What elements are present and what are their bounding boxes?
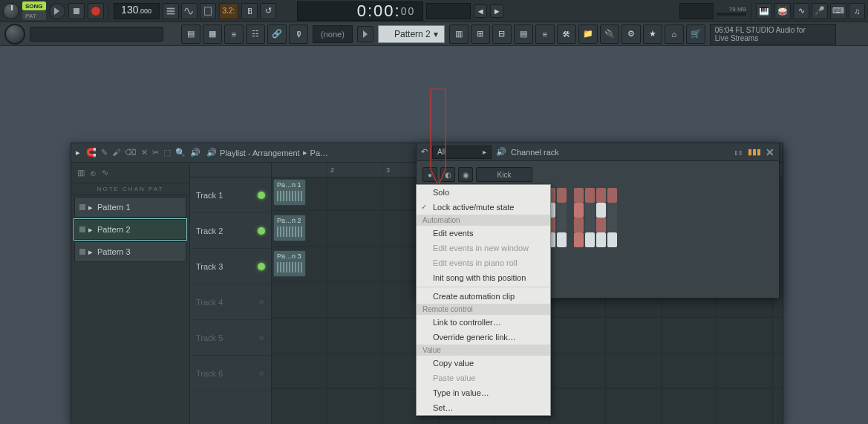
channel-vol-knob[interactable]: ◉	[458, 167, 473, 182]
zoom-icon[interactable]: 🔍	[175, 148, 186, 157]
track-header[interactable]: Track 6	[190, 356, 271, 391]
tb-8-icon[interactable]: 🔌	[600, 25, 619, 44]
chord-icon[interactable]: ♫	[849, 3, 865, 19]
song-pat-toggle[interactable]: SONG PAT	[22, 1, 46, 20]
track-header[interactable]: Track 4	[190, 284, 271, 320]
step-button[interactable]	[607, 232, 617, 247]
channel-name-button[interactable]: Kick	[476, 167, 532, 182]
timecode-display[interactable]: 0:00:00	[297, 1, 423, 21]
menu-edit-events[interactable]: Edit events	[417, 226, 550, 241]
step-fwd-icon[interactable]: ►	[490, 4, 503, 18]
tb-6-icon[interactable]: 🛠	[557, 25, 576, 44]
rack-back-icon[interactable]: ↶	[421, 147, 428, 157]
mode-pat[interactable]: PAT	[22, 11, 46, 20]
pencil-icon[interactable]: ✎	[101, 148, 108, 157]
step-button[interactable]	[607, 203, 617, 218]
countdown-icon[interactable]	[200, 3, 216, 19]
step-button[interactable]	[574, 218, 584, 232]
picker-tab-piano-icon[interactable]: ▥	[77, 168, 85, 177]
step-back-icon[interactable]: ◄	[474, 4, 487, 18]
piano-icon[interactable]: 🎹	[756, 3, 772, 19]
tb-2-icon[interactable]: ⊞	[471, 25, 490, 44]
playlist-clip[interactable]: Pa…n 1	[273, 179, 306, 206]
track-header[interactable]: Track 3	[190, 249, 271, 284]
play-button[interactable]	[49, 3, 65, 19]
tb-7-icon[interactable]: 📁	[578, 25, 598, 44]
playlist-menu-icon[interactable]: ▸	[76, 148, 80, 157]
view-channelrack-icon[interactable]: ≡	[224, 25, 244, 44]
step-button[interactable]	[585, 218, 595, 232]
step-button[interactable]	[596, 232, 606, 247]
step-button[interactable]	[607, 218, 617, 232]
tb-11-icon[interactable]: ⌂	[665, 25, 684, 44]
play-icon[interactable]: 🔊	[190, 148, 200, 157]
magnet-icon[interactable]: 🧲	[86, 148, 97, 157]
step-button[interactable]	[596, 203, 606, 218]
channel-pan-knob[interactable]: ◐	[440, 167, 455, 182]
erase-icon[interactable]: ⌫	[125, 148, 137, 157]
step-button[interactable]	[574, 203, 584, 218]
step-button[interactable]	[596, 188, 606, 203]
rack-steps-icon[interactable]: ▮▮▮	[748, 147, 761, 157]
pattern-item[interactable]: ▸Pattern 2	[74, 219, 186, 240]
metronome-icon[interactable]: 🎚	[241, 3, 258, 19]
main-volume-knob[interactable]	[3, 3, 19, 19]
rack-close-icon[interactable]: ✕	[766, 146, 774, 158]
view-mixer-icon[interactable]: ☷	[246, 25, 265, 44]
record-button[interactable]	[88, 3, 104, 19]
step-button[interactable]	[607, 188, 617, 203]
step-button[interactable]	[557, 203, 567, 218]
menu-lock-active-mute-state[interactable]: Lock active/mute state	[417, 200, 550, 215]
tb-4-icon[interactable]: ▤	[514, 25, 533, 44]
track-header[interactable]: Track 5	[190, 320, 271, 356]
loop-icon[interactable]: ↺	[260, 3, 276, 19]
tb-1-icon[interactable]: ▥	[449, 25, 469, 44]
pattern-play-button[interactable]	[357, 26, 373, 42]
step-button[interactable]	[574, 188, 584, 203]
step-button[interactable]	[585, 188, 595, 203]
master-pitch-knob[interactable]	[4, 24, 25, 45]
pattern-item[interactable]: ▸Pattern 1	[74, 197, 186, 218]
channel-mute-led[interactable]: ●	[422, 167, 437, 182]
tempo-display[interactable]: 130.000	[114, 3, 160, 19]
picker-tab-audio-icon[interactable]: ∿	[102, 168, 108, 177]
menu-type-in-value[interactable]: Type in value…	[417, 385, 550, 400]
menu-copy-value[interactable]: Copy value	[417, 356, 550, 371]
playlist-clip[interactable]: Pa…n 3	[273, 250, 306, 277]
step-button[interactable]	[557, 188, 567, 203]
snap-selector[interactable]: (none)	[313, 25, 353, 43]
menu-init-song-with-this-position[interactable]: Init song with this position	[417, 270, 550, 285]
pattern-item[interactable]: ▸Pattern 3	[74, 241, 186, 262]
mode-song[interactable]: SONG	[22, 1, 46, 10]
wave2-icon[interactable]: ∿	[793, 3, 809, 19]
mic-icon[interactable]: 🎤	[812, 3, 828, 19]
playlist-clip[interactable]: Pa…n 2	[273, 215, 306, 241]
keyboard-icon[interactable]: ⌨	[830, 3, 846, 19]
step-button[interactable]	[574, 232, 584, 247]
view-pianoroll-icon[interactable]: ▦	[203, 25, 222, 44]
mic2-icon[interactable]: 🎙	[289, 25, 308, 44]
menu-override-generic-link[interactable]: Override generic link…	[417, 330, 550, 345]
stop-button[interactable]	[68, 3, 85, 19]
tb-9-icon[interactable]: ⚙	[621, 25, 641, 44]
track-header[interactable]: Track 2	[190, 213, 271, 249]
step-button[interactable]	[585, 232, 595, 247]
slice-icon[interactable]: ✂	[152, 148, 159, 157]
link-icon[interactable]: 🔗	[267, 25, 287, 44]
menu-link-to-controller[interactable]: Link to controller…	[417, 315, 550, 330]
step-button[interactable]	[585, 203, 595, 218]
step-button[interactable]	[557, 218, 567, 232]
picker-tab-auto-icon[interactable]: ⎋	[91, 169, 96, 177]
tb-10-icon[interactable]: ★	[643, 25, 662, 44]
view-playlist-icon[interactable]: ▤	[181, 25, 200, 44]
tb-5-icon[interactable]: ≡	[535, 25, 555, 44]
tb-12-icon[interactable]: 🛒	[686, 25, 705, 44]
drums-icon[interactable]: 🥁	[774, 3, 791, 19]
pattern-selector[interactable]: Pattern 2▾	[378, 25, 445, 43]
rack-filter-selector[interactable]: All▸	[432, 146, 492, 159]
rack-levels-icon[interactable]: ⫾⫾	[734, 148, 743, 157]
brush-icon[interactable]: 🖌	[112, 148, 120, 157]
pitch-slider[interactable]	[30, 27, 163, 42]
time-signature-display[interactable]: 3.2:	[219, 3, 239, 19]
select-icon[interactable]: ⬚	[163, 148, 171, 157]
